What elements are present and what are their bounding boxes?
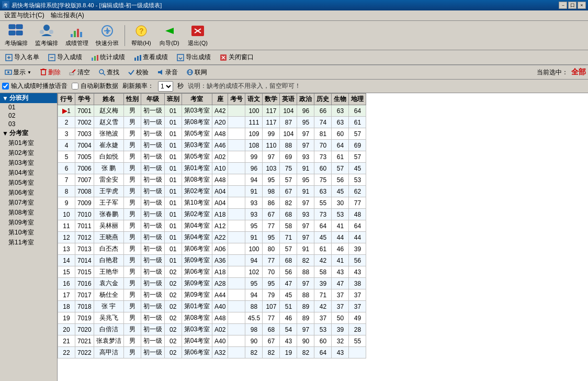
cell-id[interactable]: 7001: [75, 105, 94, 117]
cell-biology[interactable]: 63: [332, 117, 349, 128]
cell-biology[interactable]: 43: [332, 266, 349, 278]
table-row[interactable]: 207020白倍洁男初一级02第03考室A0298685497533928: [58, 324, 366, 335]
clear-btn[interactable]: 清空: [66, 66, 93, 79]
exit-btn[interactable]: 退出(Q): [185, 23, 211, 48]
refresh-rate-select[interactable]: 1 2 3 5: [158, 81, 173, 92]
cell-biology[interactable]: 37: [332, 289, 349, 301]
cell-english[interactable]: 71: [280, 232, 297, 243]
cell-politics[interactable]: 88: [297, 266, 314, 278]
cell-politics[interactable]: 82: [297, 255, 314, 266]
cell-history[interactable]: 64: [314, 347, 332, 358]
show-dropdown[interactable]: ▼: [27, 70, 31, 75]
cell-name[interactable]: 杨仕全: [94, 289, 123, 301]
cell-class[interactable]: 01: [164, 232, 182, 243]
cell-english[interactable]: 87: [280, 117, 297, 128]
sidebar-item-01[interactable]: 01: [0, 103, 57, 111]
cell-math[interactable]: 95: [263, 278, 280, 289]
cell-math[interactable]: 110: [263, 140, 280, 151]
cell-math[interactable]: 70: [263, 266, 280, 278]
cell-english[interactable]: 82: [280, 197, 297, 209]
cell-politics[interactable]: 89: [297, 312, 314, 324]
cell-math[interactable]: 95: [263, 174, 280, 186]
cell-politics[interactable]: 97: [297, 220, 314, 232]
cell-biology[interactable]: 63: [332, 105, 349, 117]
play-audio-checkbox[interactable]: [2, 83, 9, 89]
cell-id[interactable]: 7010: [75, 209, 94, 220]
cell-chinese[interactable]: 100: [245, 105, 263, 117]
table-row[interactable]: 117011吴林丽男初一级01第04考室A1295775897644164: [58, 220, 366, 232]
cell-english[interactable]: 69: [280, 151, 297, 163]
cell-politics[interactable]: 93: [297, 151, 314, 163]
cell-math[interactable]: 117: [263, 105, 280, 117]
cell-id[interactable]: 7020: [75, 324, 94, 335]
cell-chinese[interactable]: 111: [245, 117, 263, 128]
sidebar-item-room04[interactable]: 第04考室: [0, 168, 57, 178]
restore-btn[interactable]: 口: [568, 2, 576, 9]
table-row[interactable]: 67006张 鹏男初一级01第01考室A10961037591605745: [58, 163, 366, 174]
cell-geography[interactable]: 56: [349, 255, 366, 266]
sidebar-item-02[interactable]: 02: [0, 111, 57, 120]
cell-name[interactable]: 雷全安: [94, 174, 123, 186]
cell-english[interactable]: 56: [280, 266, 297, 278]
cell-english[interactable]: 104: [280, 105, 297, 117]
cell-name[interactable]: 白丕杰: [94, 243, 123, 255]
cell-examnum[interactable]: [228, 105, 245, 117]
cell-class[interactable]: 01: [164, 243, 182, 255]
cell-examnum[interactable]: [228, 186, 245, 197]
cell-history[interactable]: 53: [314, 324, 332, 335]
wizard-btn[interactable]: 向导(D): [156, 23, 183, 48]
cell-history[interactable]: 61: [314, 243, 332, 255]
table-row[interactable]: 107010张春鹏男初一级01第02考室A1893676893735348: [58, 209, 366, 220]
cell-english[interactable]: 88: [280, 140, 297, 151]
cell-history[interactable]: 45: [314, 232, 332, 243]
cell-chinese[interactable]: 100: [245, 243, 263, 255]
cell-biology[interactable]: 60: [332, 128, 349, 140]
cell-politics[interactable]: 89: [297, 301, 314, 312]
cell-biology[interactable]: 53: [332, 209, 349, 220]
cell-chinese[interactable]: 94: [245, 174, 263, 186]
cell-history[interactable]: 81: [314, 128, 332, 140]
cell-politics[interactable]: 97: [297, 324, 314, 335]
cell-class[interactable]: 01: [164, 174, 182, 186]
cell-name[interactable]: 王子军: [94, 197, 123, 209]
cell-english[interactable]: 68: [280, 209, 297, 220]
cell-geography[interactable]: 57: [349, 151, 366, 163]
cell-chinese[interactable]: 93: [245, 209, 263, 220]
audio-btn[interactable]: 录音: [154, 66, 180, 79]
table-row[interactable]: 147014白艳君男初一级01第09考室A3694776882424156: [58, 255, 366, 266]
cell-geography[interactable]: 48: [349, 209, 366, 220]
cell-chinese[interactable]: 94: [245, 289, 263, 301]
cell-examnum[interactable]: [228, 220, 245, 232]
export-score-btn[interactable]: 导出成绩: [174, 51, 213, 63]
cell-english[interactable]: 54: [280, 324, 297, 335]
cell-math[interactable]: 68: [263, 324, 280, 335]
cell-name[interactable]: 张春鹏: [94, 209, 123, 220]
cell-examnum[interactable]: [228, 232, 245, 243]
cell-politics[interactable]: 96: [297, 105, 314, 117]
cell-politics[interactable]: 91: [297, 163, 314, 174]
cell-geography[interactable]: 64: [349, 105, 366, 117]
import-list-btn[interactable]: 导入名单: [2, 51, 42, 63]
cell-class[interactable]: 02: [164, 289, 182, 301]
cell-chinese[interactable]: 94: [245, 255, 263, 266]
menu-settings[interactable]: 设置与统计(C): [1, 10, 48, 21]
cell-chinese[interactable]: 88: [245, 301, 263, 312]
sidebar-item-room08[interactable]: 第08考室: [0, 208, 57, 218]
cell-id[interactable]: 7017: [75, 289, 94, 301]
cell-id[interactable]: 7022: [75, 347, 94, 358]
cell-math[interactable]: 97: [263, 151, 280, 163]
cell-chinese[interactable]: 96: [245, 163, 263, 174]
cell-name[interactable]: 高甲洁: [94, 347, 123, 358]
cell-name[interactable]: 袁六金: [94, 278, 123, 289]
cell-geography[interactable]: [349, 347, 366, 358]
cell-math[interactable]: 77: [263, 220, 280, 232]
cell-biology[interactable]: 30: [332, 197, 349, 209]
cell-chinese[interactable]: 108: [245, 140, 263, 151]
table-row[interactable]: 177017杨仕全男初一级02第09考室A4494794588713737: [58, 289, 366, 301]
table-row[interactable]: 137013白丕杰男初一级01第06考室A06100805791614639: [58, 243, 366, 255]
table-row[interactable]: 27002赵义雪男初一级01第08考室A201111178795746361: [58, 117, 366, 128]
exam-arrange-btn[interactable]: 考场编排: [2, 23, 30, 48]
cell-english[interactable]: 57: [280, 243, 297, 255]
cell-geography[interactable]: 64: [349, 220, 366, 232]
play-audio-label[interactable]: 输入成绩时播放语音: [2, 82, 67, 91]
